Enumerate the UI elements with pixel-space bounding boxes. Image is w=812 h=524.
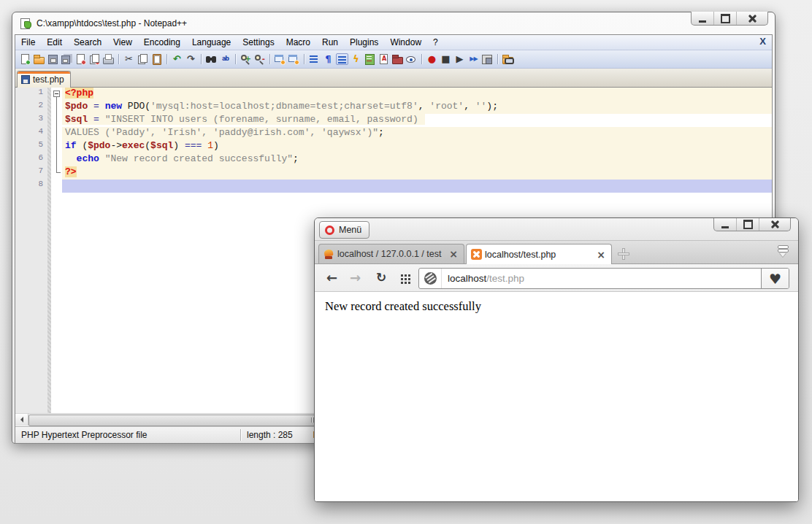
new-tab-button[interactable] [618, 248, 629, 260]
menubar-close-document-button[interactable]: X [759, 36, 766, 47]
notepad-titlebar[interactable]: C:\xampp\htdocs\test.php - Notepad++ [12, 12, 775, 34]
browser-tab-localhost-127-0-0-1-test[interactable]: localhost / 127.0.0.1 / test× [318, 244, 464, 263]
plugin-folder-link-icon[interactable] [502, 53, 514, 65]
print-icon[interactable] [102, 53, 115, 65]
document-map-icon[interactable] [364, 53, 376, 65]
undo-icon[interactable]: ↶ [171, 53, 183, 65]
status-length: length : 285 [247, 430, 293, 440]
reload-button[interactable]: ↻ [376, 271, 386, 284]
menu-settings[interactable]: Settings [237, 35, 280, 50]
site-badge-icon[interactable] [419, 269, 442, 288]
opera-tabbar: localhost / 127.0.0.1 / test×localhost/t… [315, 240, 798, 264]
save-all-icon[interactable] [61, 53, 73, 65]
speed-dial-icon[interactable] [401, 274, 403, 277]
menu-plugins[interactable]: Plugins [344, 35, 384, 50]
maximize-button[interactable] [736, 217, 759, 231]
minimize-icon [699, 20, 706, 23]
toolbar-separator [199, 53, 204, 65]
line-number: 6 [15, 153, 47, 166]
redo-icon[interactable]: ↷ [185, 53, 197, 65]
phpmyadmin-favicon-icon [323, 249, 334, 259]
url-text[interactable]: localhost/test.php [442, 273, 761, 284]
tab-close-icon[interactable]: × [595, 249, 607, 261]
menu-file[interactable]: File [15, 35, 41, 50]
copy-icon[interactable] [137, 53, 149, 65]
function-list-icon[interactable]: A [378, 53, 390, 65]
bookmark-heart-button[interactable]: ♥ [761, 269, 789, 288]
close-all-icon[interactable] [88, 53, 101, 65]
menu-encoding[interactable]: Encoding [138, 35, 186, 50]
maximize-button[interactable] [713, 12, 736, 25]
sync-vertical-scroll-icon[interactable] [274, 53, 286, 65]
toolbar-separator [267, 53, 272, 65]
toolbar-separator [302, 53, 307, 65]
sync-horizontal-scroll-icon[interactable] [288, 53, 300, 65]
code-line [62, 180, 772, 193]
line-number: 7 [15, 166, 47, 180]
tab-close-icon[interactable]: × [448, 248, 459, 260]
code-line: <?php [62, 88, 772, 101]
scroll-left-button[interactable] [15, 414, 28, 425]
close-button[interactable] [759, 217, 790, 231]
open-file-icon[interactable] [33, 53, 45, 65]
code-line: ?> [62, 166, 772, 180]
save-icon[interactable] [47, 53, 59, 65]
close-button[interactable] [736, 12, 767, 25]
scrollbar-grip [311, 417, 312, 423]
menu-macro[interactable]: Macro [280, 35, 316, 50]
cut-icon[interactable]: ✂ [123, 53, 135, 65]
address-bar[interactable]: localhost/test.php ♥ [418, 268, 789, 289]
macro-run-multiple-icon[interactable]: ▶▶ [467, 53, 480, 65]
document-tabbar: test.php [15, 69, 772, 88]
zoom-in-icon[interactable]: + [240, 53, 252, 65]
back-button[interactable]: ← [326, 271, 337, 285]
new-file-icon[interactable] [19, 53, 31, 65]
macro-record-icon[interactable]: ● [426, 53, 438, 65]
line-number: 4 [15, 127, 47, 140]
url-path: /test.php [486, 273, 524, 284]
toolbar-separator [419, 53, 424, 65]
macro-play-icon[interactable]: ▶ [453, 53, 466, 65]
paste-icon[interactable] [150, 53, 163, 65]
toolbar-separator [495, 53, 500, 65]
menu-window[interactable]: Window [384, 35, 427, 50]
minimize-button[interactable] [714, 217, 736, 231]
code-line: echo "New record created successfully"; [62, 153, 772, 166]
toolbar-separator [233, 53, 238, 65]
fold-collapse-icon[interactable] [53, 90, 60, 97]
menu-view[interactable]: View [107, 35, 138, 50]
opera-menu-button[interactable]: Menü [319, 221, 369, 239]
menu-search[interactable]: Search [68, 35, 107, 50]
indent-guide-icon[interactable] [336, 53, 348, 65]
zoom-out-icon[interactable]: - [253, 53, 266, 65]
user-defined-dialog-icon[interactable]: ϟ [350, 53, 362, 65]
macro-stop-icon[interactable]: ■ [440, 53, 452, 65]
close-icon [748, 14, 757, 23]
menu-language[interactable]: Language [186, 35, 237, 50]
code-line: if ($pdo->exec($sql) === 1) [62, 140, 772, 153]
saved-file-icon [21, 75, 30, 84]
find-icon[interactable] [205, 53, 218, 65]
opera-menu-label: Menü [339, 225, 361, 235]
menu-run[interactable]: Run [316, 35, 344, 50]
menu-help[interactable]: ? [427, 35, 444, 50]
minimize-button[interactable] [692, 12, 713, 25]
menu-edit[interactable]: Edit [41, 35, 68, 50]
show-all-characters-icon[interactable]: ¶ [322, 53, 334, 65]
tab-menu-icon[interactable] [776, 245, 789, 258]
opera-window: Menü localhost / 127.0.0.1 / test×localh… [314, 217, 799, 502]
forward-button[interactable]: → [350, 271, 361, 285]
tab-test-php[interactable]: test.php [17, 71, 71, 88]
line-number: 8 [15, 180, 47, 193]
macro-save-icon[interactable] [481, 53, 494, 65]
close-icon [770, 220, 780, 228]
opera-titlebar[interactable]: Menü [315, 218, 798, 240]
document-peeker-icon[interactable] [405, 53, 418, 65]
notepad-menubar: FileEditSearchViewEncodingLanguageSettin… [15, 35, 772, 50]
replace-icon[interactable]: ab [219, 53, 231, 65]
folder-as-workspace-icon[interactable] [391, 53, 404, 65]
browser-tab-localhost-test-php[interactable]: localhost/test.php× [466, 244, 612, 264]
close-file-icon[interactable] [74, 53, 87, 65]
browser-tab-label: localhost/test.php [485, 250, 592, 260]
word-wrap-icon[interactable] [308, 53, 321, 65]
